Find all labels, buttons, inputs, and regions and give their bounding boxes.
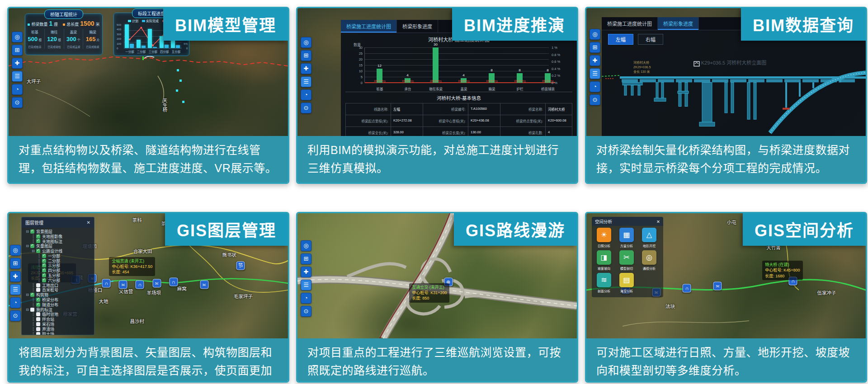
layer-checkbox[interactable] — [30, 293, 34, 297]
map-marker[interactable]: ∩ — [169, 278, 178, 286]
locate-icon[interactable]: ⊙ — [590, 94, 600, 105]
globe-icon[interactable]: ◎ — [10, 245, 21, 256]
layer-checkbox[interactable] — [42, 268, 46, 272]
tab-桥梁施工进度统计图[interactable]: 桥梁施工进度统计图 — [341, 20, 397, 33]
layer-tree-item[interactable]: ┆采石场 — [24, 322, 91, 327]
layer-tree-item[interactable]: ┆弃渣场 — [24, 327, 91, 332]
locate-icon[interactable]: ⊙ — [12, 97, 23, 108]
layer-checkbox[interactable] — [42, 273, 46, 277]
tree-line-icon: ┆ — [37, 273, 41, 277]
compass-icon[interactable]: ◔ — [10, 297, 21, 308]
map-marker[interactable]: ≍ — [119, 280, 127, 289]
collapse-icon[interactable]: ⊟ — [25, 244, 29, 248]
globe-icon[interactable]: ◎ — [301, 37, 311, 48]
globe-icon[interactable]: ◎ — [590, 29, 600, 40]
layer-checkbox[interactable] — [36, 332, 40, 335]
layer-checkbox[interactable] — [36, 249, 40, 253]
compass-icon[interactable]: ◔ — [301, 89, 311, 100]
x-tick-label: 桥面铺装 — [537, 86, 559, 91]
layer-tree-item[interactable]: ┆取土场 — [24, 332, 91, 335]
layer-checkbox[interactable] — [36, 322, 40, 326]
globe-icon[interactable]: ◎ — [301, 240, 311, 251]
measure-icon[interactable]: ✚ — [301, 63, 311, 74]
collapse-icon[interactable]: ⊟ — [25, 293, 29, 297]
layer-checkbox[interactable] — [36, 327, 40, 331]
layer-checkbox[interactable] — [36, 283, 40, 287]
layer-tree-item[interactable]: ┆百米桩号 — [24, 288, 91, 293]
analysis-tool-地形开挖[interactable]: △地形开挖 — [638, 228, 660, 248]
tree-line-icon: ┆ — [31, 303, 35, 307]
layers-icon[interactable]: ⊞ — [301, 253, 311, 264]
layer-checkbox[interactable] — [42, 259, 46, 263]
stat-col-label: 箱梁 — [83, 29, 102, 34]
map-marker[interactable]: ∩ — [102, 279, 111, 288]
right-tick: 0.2 % — [552, 74, 560, 78]
layer-checkbox[interactable] — [36, 298, 40, 302]
map-marker[interactable]: ≍ — [713, 281, 722, 290]
layer-tree-item[interactable]: ┆拌合站 — [24, 317, 91, 322]
layer-checkbox[interactable] — [42, 254, 46, 258]
measure-icon[interactable]: ✚ — [590, 55, 600, 66]
list-icon[interactable]: ☰ — [301, 280, 311, 290]
compass-icon[interactable]: ◔ — [12, 84, 23, 95]
layer-checkbox[interactable] — [30, 308, 34, 312]
compass-icon[interactable]: ◔ — [590, 81, 600, 92]
analysis-tool-日照分析[interactable]: ☀日照分析 — [593, 228, 615, 248]
layer-checkbox[interactable] — [36, 312, 40, 316]
layer-checkbox[interactable] — [36, 288, 40, 292]
layer-checkbox[interactable] — [42, 263, 46, 267]
layers-icon[interactable]: ⊞ — [10, 258, 21, 269]
locate-icon[interactable]: ⊙ — [301, 103, 311, 113]
layer-checkbox[interactable] — [30, 244, 34, 248]
compass-icon[interactable]: ◔ — [301, 293, 311, 304]
list-icon[interactable]: ☰ — [12, 71, 23, 82]
layer-checkbox[interactable] — [36, 317, 40, 321]
collapse-icon[interactable]: ⊟ — [25, 308, 29, 312]
analysis-tool-剖面分析[interactable]: ≋剖面分析 — [593, 273, 615, 293]
analysis-tool-方量分析[interactable]: ▦方量分析 — [615, 228, 638, 248]
layers-icon[interactable]: ⊞ — [590, 42, 600, 53]
locate-icon[interactable]: ⊙ — [301, 306, 311, 317]
analysis-tool-淹没分析[interactable]: ▤淹没分析 — [615, 273, 638, 293]
measure-icon[interactable]: ✚ — [301, 267, 311, 277]
globe-icon[interactable]: ◎ — [12, 32, 23, 42]
layer-checkbox[interactable] — [36, 234, 40, 239]
tool-label: 坡度坡向 — [593, 266, 615, 270]
close-icon[interactable]: ✕ — [87, 220, 90, 225]
layer-tree-item[interactable]: ┆天地图标注 — [24, 239, 91, 244]
screenshot-gis-analysis: 空间分析 ✕ ☀日照分析▦方量分析△地形开挖◨坡度坡向✂模型剖切◎通视分析≋剖面… — [586, 213, 866, 338]
layers-icon[interactable]: ⊞ — [301, 50, 311, 61]
measure-icon[interactable]: ✚ — [10, 271, 21, 282]
layer-tree-item[interactable]: ┆临时驻地 — [24, 312, 91, 317]
layer-tree-item[interactable]: ┆隧道分布 — [24, 302, 91, 307]
measure-icon[interactable]: ✚ — [12, 58, 23, 69]
place-label: 伍家冲子 — [817, 289, 836, 295]
list-icon[interactable]: ☰ — [10, 284, 21, 295]
layers-icon[interactable]: ⊞ — [12, 45, 23, 56]
y-tick-left: 400 — [117, 28, 121, 31]
analysis-tool-通视分析[interactable]: ◎通视分析 — [638, 250, 660, 271]
tree-line-icon: ┆ — [37, 268, 41, 272]
layer-checkbox[interactable] — [36, 239, 40, 243]
map-marker[interactable]: 节 — [236, 262, 245, 270]
table-cell-value: 4 — [546, 127, 577, 136]
close-icon[interactable]: ✕ — [656, 219, 660, 224]
panel-description: 可对施工区域进行日照、方量、地形开挖、坡度坡向和模型剖切等多维度分析。 — [586, 338, 866, 381]
layer-checkbox[interactable] — [30, 229, 34, 234]
analysis-tool-模型剖切[interactable]: ✂模型剖切 — [615, 250, 638, 271]
list-icon[interactable]: ☰ — [590, 68, 600, 79]
tab-桥梁形象进度[interactable]: 桥梁形象进度 — [397, 20, 438, 33]
locate-icon[interactable]: ⊙ — [10, 310, 21, 321]
collapse-icon[interactable]: ⊟ — [25, 229, 29, 234]
layer-checkbox[interactable] — [36, 303, 40, 307]
map-marker[interactable]: ≍ — [200, 280, 208, 289]
panel-title-ribbon: BIM进度推演 — [452, 8, 577, 41]
map-marker[interactable]: ∩ — [683, 284, 691, 293]
list-icon[interactable]: ☰ — [301, 76, 311, 87]
collapse-icon[interactable]: ⊟ — [31, 249, 35, 253]
map-marker[interactable]: ∩ — [136, 280, 144, 289]
info-line: 全幅贯通 (未开工) — [112, 258, 152, 264]
analysis-tool-坡度坡向[interactable]: ◨坡度坡向 — [593, 250, 615, 271]
layer-checkbox[interactable] — [42, 278, 46, 282]
map-marker[interactable]: ≍ — [152, 279, 161, 288]
